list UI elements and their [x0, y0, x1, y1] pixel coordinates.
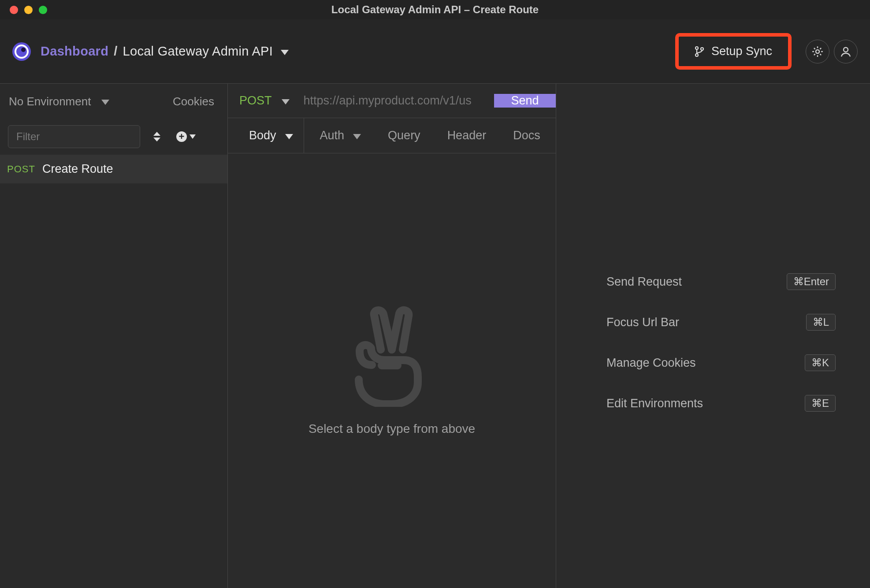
shortcut-key: ⌘L	[806, 314, 836, 331]
breadcrumb-workspace[interactable]: Local Gateway Admin API	[123, 44, 273, 59]
shortcut-key: ⌘E	[805, 395, 836, 412]
tab-query-label: Query	[388, 129, 420, 142]
tab-body-label: Body	[249, 129, 276, 142]
shortcut-label: Manage Cookies	[606, 356, 805, 370]
shortcut-label: Send Request	[606, 275, 787, 289]
body-empty-state: Select a body type from above	[228, 153, 556, 588]
settings-button[interactable]	[806, 40, 829, 63]
tab-header[interactable]: Header	[437, 118, 498, 153]
traffic-lights	[10, 6, 47, 14]
setup-sync-button[interactable]: Setup Sync	[679, 37, 788, 66]
main-pane: POST Send Body Auth Query	[228, 84, 870, 588]
svg-point-4	[695, 54, 698, 56]
request-method-badge: POST	[7, 164, 35, 175]
tab-docs[interactable]: Docs	[502, 118, 551, 153]
maximize-window-button[interactable]	[39, 6, 47, 14]
plus-icon: +	[176, 131, 187, 142]
tab-header-label: Header	[447, 129, 487, 142]
caret-down-icon[interactable]	[281, 50, 289, 55]
url-bar: POST	[228, 94, 494, 108]
url-row: POST Send	[228, 84, 556, 118]
request-list: POST Create Route	[0, 154, 227, 588]
tab-auth[interactable]: Auth	[309, 118, 372, 153]
request-editor: POST Send Body Auth Query	[228, 84, 556, 588]
setup-sync-highlight: Setup Sync	[675, 33, 792, 70]
peace-hand-icon	[350, 305, 434, 407]
shortcut-manage-cookies: Manage Cookies ⌘K	[606, 354, 836, 371]
caret-down-icon	[190, 134, 196, 139]
environment-selector[interactable]: No Environment	[6, 91, 164, 112]
shortcut-label: Focus Url Bar	[606, 316, 806, 329]
app-header: Dashboard / Local Gateway Admin API Setu…	[0, 19, 870, 84]
add-request-button[interactable]: +	[174, 129, 198, 145]
sort-button[interactable]	[151, 129, 163, 144]
method-selector[interactable]: POST	[239, 94, 297, 108]
svg-point-5	[701, 48, 703, 50]
caret-down-icon	[282, 99, 290, 104]
sidebar-toolbar: +	[0, 119, 227, 154]
sort-icon	[153, 132, 160, 141]
shortcut-label: Edit Environments	[606, 397, 805, 410]
method-label: POST	[239, 94, 272, 108]
app-logo-icon[interactable]	[12, 42, 31, 61]
send-button[interactable]: Send	[494, 94, 556, 108]
breadcrumb-separator: /	[114, 44, 117, 59]
shortcut-key: ⌘Enter	[787, 273, 836, 290]
account-button[interactable]	[834, 40, 858, 63]
request-tabs: Body Auth Query Header Docs	[228, 118, 556, 153]
body-empty-hint: Select a body type from above	[309, 422, 475, 436]
setup-sync-label: Setup Sync	[711, 45, 772, 58]
tab-body[interactable]: Body	[238, 118, 304, 153]
svg-point-1	[16, 46, 27, 57]
shortcut-send-request: Send Request ⌘Enter	[606, 273, 836, 290]
tab-docs-label: Docs	[513, 129, 540, 142]
request-name-label: Create Route	[42, 162, 113, 176]
svg-point-3	[695, 47, 698, 49]
caret-down-icon	[285, 134, 293, 139]
shortcut-key: ⌘K	[805, 354, 836, 371]
caret-down-icon	[353, 134, 361, 139]
window-title: Local Gateway Admin API – Create Route	[0, 4, 870, 16]
request-list-item[interactable]: POST Create Route	[0, 154, 227, 183]
breadcrumb-dashboard[interactable]: Dashboard	[41, 44, 108, 59]
svg-point-6	[816, 50, 819, 53]
gear-icon	[811, 45, 824, 58]
environment-label: No Environment	[9, 95, 91, 108]
close-window-button[interactable]	[10, 6, 18, 14]
svg-point-7	[844, 47, 848, 52]
caret-down-icon	[101, 100, 109, 105]
branch-icon	[695, 46, 704, 57]
shortcut-edit-environments: Edit Environments ⌘E	[606, 395, 836, 412]
user-icon	[839, 45, 852, 58]
url-input[interactable]	[297, 94, 494, 108]
cookies-button[interactable]: Cookies	[164, 91, 223, 112]
shortcut-focus-url: Focus Url Bar ⌘L	[606, 314, 836, 331]
tab-auth-label: Auth	[320, 129, 345, 142]
response-pane: Send Request ⌘Enter Focus Url Bar ⌘L Man…	[556, 84, 870, 588]
filter-input[interactable]	[8, 125, 140, 148]
sidebar: No Environment Cookies + POST Create Rou…	[0, 84, 228, 588]
tab-query[interactable]: Query	[377, 118, 431, 153]
minimize-window-button[interactable]	[24, 6, 33, 14]
titlebar: Local Gateway Admin API – Create Route	[0, 0, 870, 19]
svg-point-2	[21, 48, 26, 52]
sidebar-top-row: No Environment Cookies	[0, 84, 227, 119]
breadcrumb: Dashboard / Local Gateway Admin API	[41, 44, 289, 59]
